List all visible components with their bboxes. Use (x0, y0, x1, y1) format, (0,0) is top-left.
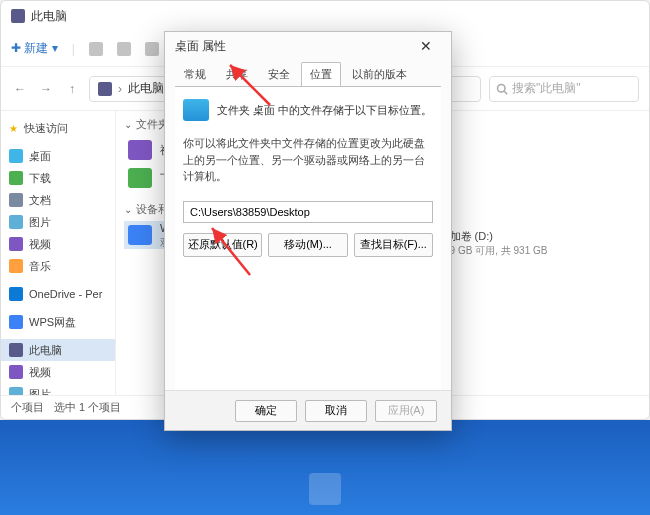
copy-icon[interactable] (117, 42, 131, 56)
titlebar: 此电脑 (1, 1, 649, 31)
path-segment[interactable]: 此电脑 (128, 80, 164, 97)
dialog-footer: 确定 取消 应用(A) (165, 390, 451, 430)
tab-previous[interactable]: 以前的版本 (343, 62, 416, 86)
dialog-tabs: 常规 共享 安全 位置 以前的版本 (165, 60, 451, 86)
dialog-title: 桌面 属性 (175, 38, 226, 55)
taskbar-icon[interactable] (309, 473, 341, 505)
sidebar-item-thispc[interactable]: 此电脑 (1, 339, 115, 361)
dialog-body: 文件夹 桌面 中的文件存储于以下目标位置。 你可以将此文件夹中文件存储的位置更改… (175, 86, 441, 390)
cut-icon[interactable] (89, 42, 103, 56)
tab-general[interactable]: 常规 (175, 62, 215, 86)
ok-button[interactable]: 确定 (235, 400, 297, 422)
sidebar-item-downloads[interactable]: 下载 (1, 167, 115, 189)
sidebar-item-pictures[interactable]: 图片 (1, 211, 115, 233)
window-title: 此电脑 (31, 8, 67, 25)
sidebar-item-desktop[interactable]: 桌面 (1, 145, 115, 167)
new-button[interactable]: ✚ 新建 ▾ (11, 40, 58, 57)
tab-security[interactable]: 安全 (259, 62, 299, 86)
path-input[interactable] (183, 201, 433, 223)
tab-share[interactable]: 共享 (217, 62, 257, 86)
sidebar-item-music[interactable]: 音乐 (1, 255, 115, 277)
toolbar-sep: | (72, 42, 75, 56)
folder-icon (183, 99, 209, 121)
sidebar-item-videos[interactable]: 视频 (1, 233, 115, 255)
restore-button[interactable]: 还原默认值(R) (183, 233, 262, 257)
status-items: 个项目 (11, 400, 44, 415)
sidebar-item-wps[interactable]: WPS网盘 (1, 311, 115, 333)
status-selected: 选中 1 个项目 (54, 400, 121, 415)
pc-icon (11, 9, 25, 23)
back-button[interactable]: ← (11, 80, 29, 98)
properties-dialog: 桌面 属性 ✕ 常规 共享 安全 位置 以前的版本 文件夹 桌面 中的文件存储于… (164, 31, 452, 431)
forward-button[interactable]: → (37, 80, 55, 98)
up-button[interactable]: ↑ (63, 80, 81, 98)
folder-text: 文件夹 桌面 中的文件存储于以下目标位置。 (217, 103, 432, 118)
tab-location[interactable]: 位置 (301, 62, 341, 86)
sidebar-item-onedrive[interactable]: OneDrive - Per (1, 283, 115, 305)
pc-icon (98, 82, 112, 96)
move-button[interactable]: 移动(M)... (268, 233, 347, 257)
sidebar-item-documents[interactable]: 文档 (1, 189, 115, 211)
search-icon (496, 83, 508, 95)
search-placeholder: 搜索"此电脑" (512, 80, 581, 97)
close-button[interactable]: ✕ (411, 38, 441, 54)
sidebar-quick-access[interactable]: ★快速访问 (1, 117, 115, 139)
paste-icon[interactable] (145, 42, 159, 56)
cancel-button[interactable]: 取消 (305, 400, 367, 422)
sidebar-item-videos2[interactable]: 视频 (1, 361, 115, 383)
dialog-titlebar: 桌面 属性 ✕ (165, 32, 451, 60)
search-box[interactable]: 搜索"此电脑" (489, 76, 639, 102)
dialog-desc: 你可以将此文件夹中文件存储的位置更改为此硬盘上的另一个位置、另一个驱动器或网络上… (183, 135, 433, 185)
sidebar-item-pictures2[interactable]: 图片 (1, 383, 115, 395)
sidebar: ★快速访问 桌面 下载 文档 图片 视频 音乐 OneDrive - Per W… (1, 111, 116, 395)
taskbar (0, 420, 650, 515)
svg-line-1 (504, 91, 507, 94)
svg-point-0 (498, 84, 506, 92)
find-button[interactable]: 查找目标(F)... (354, 233, 433, 257)
apply-button[interactable]: 应用(A) (375, 400, 437, 422)
